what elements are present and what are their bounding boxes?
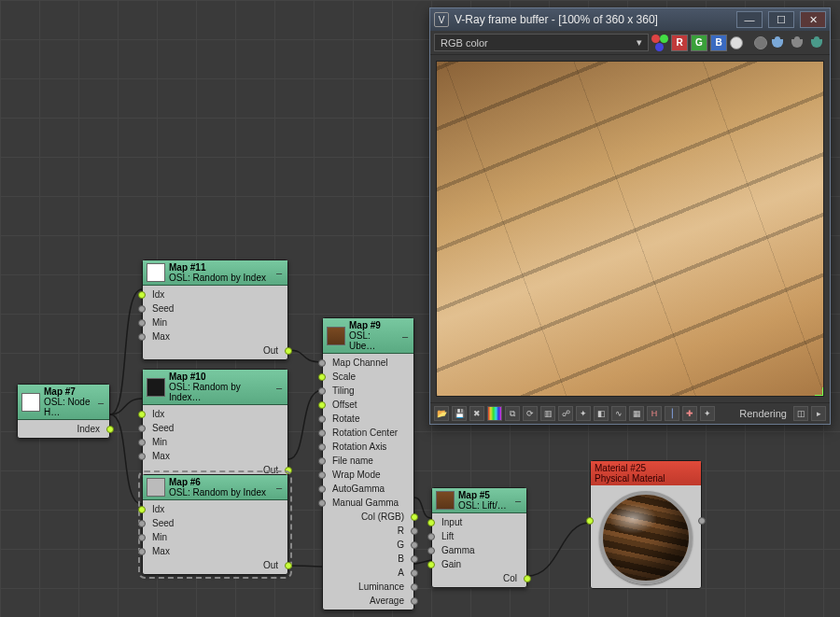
collapse-icon[interactable]: –: [96, 397, 105, 408]
close-button[interactable]: ✕: [800, 11, 826, 28]
save-icon[interactable]: 💾: [452, 406, 467, 421]
channel-select[interactable]: RGB color ▾: [434, 34, 649, 51]
node-header[interactable]: Material #25 Physical Material: [591, 461, 701, 485]
port-out-icon[interactable]: [411, 513, 418, 521]
port-out-icon[interactable]: [411, 527, 418, 535]
port-in-icon[interactable]: [138, 453, 146, 460]
mono-white-button[interactable]: [730, 36, 743, 49]
region-v-icon[interactable]: ⎮: [665, 406, 679, 421]
port-in-icon[interactable]: [138, 305, 146, 313]
node-map7[interactable]: Map #7 OSL: Node H… – Index: [17, 384, 110, 439]
node-header[interactable]: Map #10 OSL: Random by Index… –: [143, 370, 287, 405]
input-slot[interactable]: Gain: [432, 557, 526, 571]
port-out-icon[interactable]: [411, 597, 418, 605]
output-slot[interactable]: Out: [143, 558, 287, 572]
dock-icon[interactable]: ◫: [793, 406, 808, 421]
collapse-icon[interactable]: –: [513, 495, 523, 506]
port-out-icon[interactable]: [285, 347, 292, 355]
port-in-icon[interactable]: [318, 415, 326, 423]
input-slot[interactable]: Scale: [323, 370, 413, 384]
port-out-icon[interactable]: [411, 569, 418, 577]
port-in-icon[interactable]: [427, 519, 435, 526]
maximize-button[interactable]: ☐: [768, 11, 794, 28]
input-slot[interactable]: Manual Gamma: [323, 496, 413, 510]
port-in-icon[interactable]: [138, 333, 146, 341]
input-slot[interactable]: Offset: [323, 398, 413, 412]
port-in-icon[interactable]: [138, 506, 146, 513]
port-in-icon[interactable]: [138, 411, 146, 418]
output-slot[interactable]: A: [323, 566, 413, 580]
teapot-lit-icon[interactable]: [770, 35, 787, 50]
input-slot[interactable]: Min: [143, 435, 287, 449]
input-slot[interactable]: Rotation Center: [323, 426, 413, 440]
collapse-icon[interactable]: –: [274, 482, 284, 493]
port-out-icon[interactable]: [285, 562, 292, 569]
node-map6[interactable]: Map #6 OSL: Random by Index – Idx Seed M…: [142, 474, 288, 575]
input-slot[interactable]: Max: [143, 449, 287, 463]
input-slot[interactable]: Min: [143, 316, 287, 330]
port-out-icon[interactable]: [106, 426, 114, 433]
collapse-icon[interactable]: –: [274, 267, 284, 278]
collapse-icon[interactable]: –: [400, 330, 410, 342]
minimize-button[interactable]: —: [736, 11, 763, 28]
region-h-icon[interactable]: H: [647, 406, 662, 421]
output-slot[interactable]: Average: [323, 594, 413, 608]
output-slot[interactable]: G: [323, 538, 413, 552]
history-icon[interactable]: ⟳: [523, 406, 538, 421]
rgb-toggle-icon[interactable]: [651, 35, 668, 51]
port-in-icon[interactable]: [427, 533, 435, 540]
node-material[interactable]: Material #25 Physical Material: [590, 460, 702, 589]
node-header[interactable]: Map #9 OSL: Ube… –: [323, 318, 413, 354]
port-out-icon[interactable]: [411, 541, 418, 549]
port-in-icon[interactable]: [138, 291, 146, 299]
port-in-icon[interactable]: [427, 547, 435, 554]
input-slot[interactable]: Map Channel: [323, 356, 413, 370]
channel-b-button[interactable]: B: [710, 35, 727, 51]
port-out-icon[interactable]: [524, 575, 531, 582]
node-header[interactable]: Map #6 OSL: Random by Index –: [143, 475, 287, 500]
channel-r-button[interactable]: R: [671, 35, 688, 51]
input-slot[interactable]: Max: [143, 330, 287, 344]
input-slot[interactable]: Tiling: [323, 384, 413, 398]
port-in-icon[interactable]: [318, 359, 326, 367]
port-in-icon[interactable]: [138, 548, 146, 555]
clear-icon[interactable]: ✖: [469, 406, 484, 421]
palette-icon[interactable]: [487, 406, 502, 421]
node-header[interactable]: Map #7 OSL: Node H… –: [18, 385, 109, 420]
port-in-icon[interactable]: [138, 319, 146, 327]
port-in-icon[interactable]: [318, 373, 326, 381]
node-header[interactable]: Map #11 OSL: Random by Index –: [143, 260, 287, 286]
output-slot-index[interactable]: Index: [18, 422, 109, 436]
node-header[interactable]: Map #5 OSL: Lift/… –: [432, 488, 526, 513]
render-output-image[interactable]: [436, 61, 824, 397]
vray-frame-buffer-window[interactable]: V V-Ray frame buffer - [100% of 360 x 36…: [429, 7, 831, 425]
input-slot[interactable]: Gamma: [432, 543, 526, 557]
port-in-icon[interactable]: [318, 457, 326, 465]
levels-icon[interactable]: ◧: [594, 406, 609, 421]
output-slot[interactable]: Luminance: [323, 580, 413, 594]
port-in-icon[interactable]: [318, 471, 326, 479]
port-in-icon[interactable]: [318, 387, 326, 395]
input-slot[interactable]: Min: [143, 530, 287, 544]
curves-icon[interactable]: ∿: [611, 406, 626, 421]
port-in-icon[interactable]: [138, 439, 146, 446]
input-slot[interactable]: Rotation Axis: [323, 440, 413, 454]
node-map10[interactable]: Map #10 OSL: Random by Index… – Idx Seed…: [142, 369, 288, 480]
link-icon[interactable]: ☍: [558, 406, 573, 421]
open-icon[interactable]: 📂: [434, 406, 449, 421]
port-out-icon[interactable]: [285, 467, 292, 474]
expand-icon[interactable]: ▸: [811, 406, 826, 421]
port-in-icon[interactable]: [586, 517, 594, 525]
port-in-icon[interactable]: [138, 520, 146, 527]
output-slot[interactable]: B: [323, 552, 413, 566]
input-slot[interactable]: Idx: [143, 407, 287, 421]
port-in-icon[interactable]: [318, 499, 326, 507]
port-in-icon[interactable]: [318, 401, 326, 409]
channel-g-button[interactable]: G: [691, 35, 707, 51]
input-slot[interactable]: Input: [432, 515, 526, 529]
collapse-icon[interactable]: –: [274, 382, 284, 393]
port-out-icon[interactable]: [698, 517, 706, 525]
output-slot[interactable]: R: [323, 524, 413, 538]
input-slot[interactable]: Lift: [432, 529, 526, 543]
input-slot[interactable]: Idx: [143, 502, 287, 516]
